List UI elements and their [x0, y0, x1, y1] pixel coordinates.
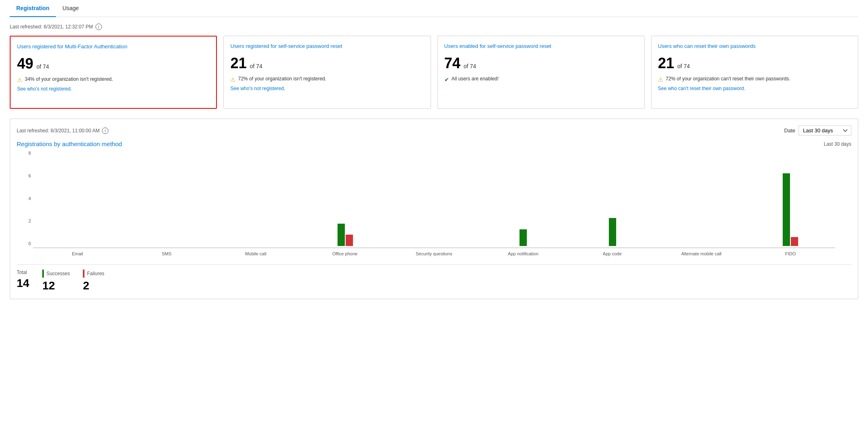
y-label: 4: [19, 196, 31, 201]
x-label: Alternate mobile call: [657, 251, 746, 256]
card-sspr-enabled-count-row: 74 of 74: [444, 55, 638, 72]
legend-total-label: Total: [17, 270, 29, 275]
bar-group: [301, 151, 390, 247]
card-sspr-reset-count: 21: [658, 55, 674, 71]
chart-legend: Total 14 Successes 12 Failures 2: [17, 264, 851, 292]
card-sspr-registered-warning: ⚠ 72% of your organization isn't registe…: [230, 76, 424, 83]
bar-group: [122, 151, 211, 247]
bar-success: [338, 224, 345, 246]
success-icon-sspr-enabled: ✔: [444, 76, 449, 83]
last-refreshed-2: Last refreshed: 6/3/2021, 11:00:00 AM i: [17, 127, 108, 134]
chart-header: Registrations by authentication method L…: [17, 140, 851, 147]
chart-section: Last refreshed: 6/3/2021, 11:00:00 AM i …: [10, 119, 858, 299]
card-sspr-enabled-of: of 74: [463, 63, 476, 69]
legend-successes-value: 12: [42, 279, 70, 292]
tab-usage[interactable]: Usage: [56, 0, 85, 17]
y-label: 8: [19, 151, 31, 155]
card-sspr-reset[interactable]: Users who can reset their own passwords …: [651, 36, 858, 109]
bar-chart-wrapper: 02468 EmailSMSMobile callOffice phoneSec…: [17, 151, 851, 256]
refreshed-date-row: Last refreshed: 6/3/2021, 11:00:00 AM i …: [17, 125, 851, 136]
summary-cards: Users registered for Multi-Factor Authen…: [10, 36, 858, 109]
date-filter-select[interactable]: Last 7 days Last 30 days Last 90 days: [799, 125, 851, 136]
card-sspr-enabled[interactable]: Users enabled for self-service password …: [437, 36, 645, 109]
card-sspr-registered-count-row: 21 of 74: [230, 55, 424, 72]
warning-icon-sspr-registered: ⚠: [230, 76, 236, 83]
x-label: Office phone: [300, 251, 389, 256]
card-mfa-count-row: 49 of 74: [17, 55, 210, 72]
card-sspr-reset-of: of 74: [677, 63, 690, 69]
chart-area: [33, 151, 835, 248]
card-sspr-registered-title[interactable]: Users registered for self-service passwo…: [230, 43, 424, 50]
legend-failures-value: 2: [83, 279, 104, 292]
bar-failure: [791, 237, 798, 246]
date-filter-label: Date: [784, 127, 795, 134]
chart-title: Registrations by authentication method: [17, 140, 122, 147]
bar-chart: 02468: [33, 151, 835, 248]
card-mfa-warning: ⚠ 34% of your organization isn't registe…: [17, 76, 210, 83]
y-axis: 02468: [19, 151, 31, 248]
x-label: Mobile call: [211, 251, 300, 256]
card-sspr-registered-link[interactable]: See who's not registered.: [230, 86, 285, 91]
y-label: 6: [19, 173, 31, 178]
bar-group: [746, 151, 835, 247]
bar-success: [520, 229, 527, 246]
card-sspr-enabled-success: ✔ All users are enabled!: [444, 76, 638, 83]
y-label: 2: [19, 218, 31, 223]
x-label: App code: [568, 251, 657, 256]
card-sspr-registered[interactable]: Users registered for self-service passwo…: [223, 36, 431, 109]
card-sspr-registered-count: 21: [230, 55, 247, 71]
legend-failure-dot: [83, 270, 84, 278]
legend-success-dot: [42, 270, 44, 278]
bar-success: [783, 173, 790, 246]
x-label: SMS: [122, 251, 211, 256]
bar-group: [390, 151, 478, 247]
warning-icon-sspr-reset: ⚠: [658, 76, 663, 83]
card-mfa-count: 49: [17, 55, 33, 72]
bar-group: [479, 151, 568, 247]
card-mfa-of: of 74: [37, 63, 49, 70]
chart-date-label: Last 30 days: [824, 141, 851, 147]
info-icon-2[interactable]: i: [102, 127, 108, 134]
info-icon-1[interactable]: i: [95, 24, 102, 30]
card-mfa-title[interactable]: Users registered for Multi-Factor Authen…: [17, 43, 210, 50]
x-label: FIDO: [746, 251, 835, 256]
tabs-bar: Registration Usage: [10, 0, 858, 17]
warning-icon-mfa: ⚠: [17, 77, 22, 83]
card-sspr-registered-of: of 74: [250, 63, 262, 69]
bar-success: [609, 218, 616, 246]
page-container: Registration Usage Last refreshed: 6/3/2…: [0, 0, 868, 309]
x-label: App notification: [478, 251, 567, 256]
card-sspr-reset-title[interactable]: Users who can reset their own passwords: [658, 43, 851, 50]
card-mfa-link[interactable]: See who's not registered.: [17, 86, 72, 92]
bar-failure: [346, 235, 353, 246]
legend-failures: Failures 2: [83, 270, 104, 292]
card-sspr-enabled-title[interactable]: Users enabled for self-service password …: [444, 43, 638, 50]
bar-group: [568, 151, 657, 247]
x-labels: EmailSMSMobile callOffice phoneSecurity …: [33, 251, 835, 256]
card-sspr-reset-link[interactable]: See who can't reset their own password.: [658, 86, 745, 91]
legend-failures-label: Failures: [83, 270, 104, 278]
legend-total: Total 14: [17, 270, 29, 292]
card-mfa[interactable]: Users registered for Multi-Factor Authen…: [10, 36, 217, 109]
date-filter: Date Last 7 days Last 30 days Last 90 da…: [784, 125, 851, 136]
bar-group: [212, 151, 301, 247]
card-sspr-reset-warning: ⚠ 72% of your organization can't reset t…: [658, 76, 851, 83]
tab-registration[interactable]: Registration: [10, 0, 56, 17]
card-sspr-reset-count-row: 21 of 74: [658, 55, 851, 72]
last-refreshed-1: Last refreshed: 6/3/2021, 12:32:07 PM i: [10, 24, 858, 30]
y-label: 0: [19, 241, 31, 246]
legend-total-value: 14: [17, 277, 29, 290]
legend-successes: Successes 12: [42, 270, 70, 292]
legend-successes-label: Successes: [42, 270, 70, 278]
card-sspr-enabled-count: 74: [444, 55, 461, 71]
x-label: Email: [33, 251, 122, 256]
bar-group: [657, 151, 746, 247]
bar-group: [33, 151, 122, 247]
x-label: Security questions: [390, 251, 478, 256]
